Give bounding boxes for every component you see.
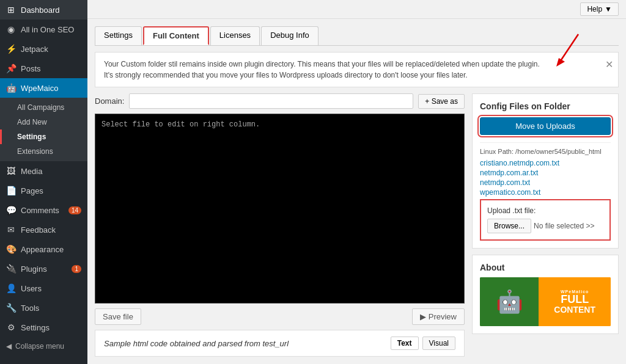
- sidebar-item-media[interactable]: 🖼 Media: [0, 161, 87, 181]
- plugins-badge: 1: [72, 265, 81, 273]
- media-icon: 🖼: [6, 166, 16, 176]
- sidebar-item-label: Comments: [21, 206, 59, 215]
- sidebar-item-label: Media: [21, 167, 42, 176]
- sidebar-item-appearance[interactable]: 🎨 Appearance: [0, 239, 87, 259]
- preview-button[interactable]: ▶ Preview: [412, 308, 465, 325]
- upload-label: Upload .txt file:: [487, 206, 603, 215]
- save-file-button[interactable]: Save file: [95, 308, 141, 325]
- tab-text[interactable]: Text: [391, 337, 419, 350]
- two-column-layout: Domain: + Save as Select file to edit on…: [95, 93, 619, 357]
- about-box: About 🤖 WPeMatico FULL CONTENT: [472, 255, 619, 334]
- sidebar: ⊞ Dashboard ◉ All in One SEO ⚡ Jetpack 📌…: [0, 0, 87, 364]
- sample-section: Sample html code obtained and parsed fro…: [95, 330, 465, 357]
- sidebar-item-comments[interactable]: 💬 Comments 14: [0, 200, 87, 220]
- sidebar-item-posts[interactable]: 📌 Posts: [0, 59, 87, 78]
- file-link-3[interactable]: wpematico.com.txt: [480, 188, 611, 197]
- editor-bottom-bar: Save file ▶ Preview: [95, 308, 465, 325]
- sidebar-item-settings[interactable]: ⚙ Settings: [0, 318, 87, 337]
- sidebar-item-all-campaigns[interactable]: All Campaigns: [0, 100, 87, 115]
- sidebar-item-label: Plugins: [21, 264, 47, 274]
- right-panel: Config Files on Folder Move to Uploads L…: [472, 93, 619, 357]
- text-visual-tab-bar: Text Visual: [391, 337, 455, 350]
- upload-row: Browse... No file selected >>: [487, 219, 603, 233]
- help-button[interactable]: Help ▼: [580, 2, 619, 16]
- sidebar-item-label: Dashboard: [21, 5, 60, 15]
- sidebar-item-tools[interactable]: 🔧 Tools: [0, 298, 87, 318]
- sidebar-item-feedback[interactable]: ✉ Feedback: [0, 220, 87, 239]
- sidebar-item-all-in-one-seo[interactable]: ◉ All in One SEO: [0, 20, 87, 39]
- sidebar-item-dashboard[interactable]: ⊞ Dashboard: [0, 0, 87, 20]
- jetpack-icon: ⚡: [6, 44, 16, 54]
- appearance-icon: 🎨: [6, 244, 16, 254]
- collapse-label: Collapse menu: [15, 342, 64, 351]
- topbar: Help ▼: [87, 0, 626, 19]
- sidebar-item-plugins[interactable]: 🔌 Plugins 1: [0, 259, 87, 278]
- feedback-icon: ✉: [6, 225, 16, 235]
- main-content: Help ▼ Settings Full Content Licenses De…: [87, 0, 626, 364]
- config-box: Config Files on Folder Move to Uploads L…: [472, 93, 619, 249]
- domain-input[interactable]: [129, 93, 413, 109]
- settings-icon: ⚙: [6, 322, 16, 332]
- help-chevron-icon: ▼: [605, 5, 612, 13]
- sample-title: Sample html code obtained and parsed fro…: [104, 339, 289, 348]
- alert-close-button[interactable]: ✕: [605, 57, 613, 72]
- domain-bar: Domain: + Save as: [95, 93, 465, 109]
- sidebar-item-pages[interactable]: 📄 Pages: [0, 181, 87, 200]
- file-link-1[interactable]: netmdp.com.ar.txt: [480, 169, 611, 177]
- tab-bar: Settings Full Content Licenses Debug Inf…: [95, 26, 619, 46]
- no-file-label: No file selected >>: [534, 222, 594, 230]
- sidebar-item-add-new[interactable]: Add New: [0, 115, 87, 129]
- about-title: About: [480, 263, 611, 272]
- users-icon: 👤: [6, 283, 16, 293]
- wpematico-icon: 🤖: [6, 83, 16, 93]
- editor-placeholder-text: Select file to edit on right column.: [101, 120, 260, 129]
- sidebar-item-jetpack[interactable]: ⚡ Jetpack: [0, 39, 87, 59]
- sidebar-item-wpematico[interactable]: 🤖 WpeMaico: [0, 78, 87, 98]
- about-full-label: FULL: [561, 294, 589, 305]
- sidebar-item-label: Posts: [21, 64, 41, 73]
- collapse-arrow-icon: ◀: [6, 342, 12, 351]
- tab-visual[interactable]: Visual: [422, 337, 455, 350]
- file-link-0[interactable]: cristiano.netmdp.com.txt: [480, 159, 611, 167]
- about-image-right: WPeMatico FULL CONTENT: [539, 277, 611, 326]
- svg-marker-1: [556, 58, 565, 67]
- file-links-list: cristiano.netmdp.com.txt netmdp.com.ar.t…: [480, 159, 611, 197]
- left-panel: Domain: + Save as Select file to edit on…: [95, 93, 465, 357]
- move-to-uploads-button[interactable]: Move to Uploads: [480, 117, 611, 135]
- tab-debug-info[interactable]: Debug Info: [261, 26, 319, 45]
- sidebar-item-label: All in One SEO: [21, 25, 74, 34]
- file-link-2[interactable]: netmdp.com.txt: [480, 178, 611, 187]
- about-image: 🤖 WPeMatico FULL CONTENT: [480, 277, 611, 326]
- sidebar-item-users[interactable]: 👤 Users: [0, 278, 87, 298]
- domain-label: Domain:: [95, 96, 124, 106]
- sidebar-item-wpematico-settings[interactable]: Settings: [0, 129, 87, 144]
- content-area: Settings Full Content Licenses Debug Inf…: [87, 19, 626, 364]
- comments-icon: 💬: [6, 205, 16, 215]
- comments-badge: 14: [68, 206, 81, 214]
- tab-licenses[interactable]: Licenses: [210, 26, 260, 45]
- sidebar-item-label: Users: [21, 284, 42, 293]
- alert-message: Your Custom folder stil remains inside o…: [104, 60, 540, 79]
- sidebar-item-label: Jetpack: [21, 45, 48, 54]
- sidebar-item-extensions[interactable]: Extensions: [0, 144, 87, 159]
- about-content-label: CONTENT: [554, 305, 595, 315]
- plugins-icon: 🔌: [6, 264, 16, 274]
- sidebar-item-label: Appearance: [21, 245, 64, 254]
- posts-icon: 📌: [6, 64, 16, 73]
- sidebar-item-label: Feedback: [21, 225, 56, 235]
- browse-button[interactable]: Browse...: [487, 219, 531, 233]
- tab-settings[interactable]: Settings: [95, 26, 142, 45]
- pages-icon: 📄: [6, 186, 16, 195]
- tab-full-content[interactable]: Full Content: [143, 26, 209, 45]
- save-as-button[interactable]: + Save as: [418, 94, 465, 109]
- about-image-left: 🤖: [480, 277, 539, 326]
- alert-notice: Your Custom folder stil remains inside o…: [95, 52, 619, 87]
- collapse-menu[interactable]: ◀ Collapse menu: [0, 337, 87, 355]
- linux-path: Linux Path: /home/owner545/public_html: [480, 142, 611, 155]
- seo-icon: ◉: [6, 24, 16, 34]
- sidebar-item-label: Pages: [21, 186, 43, 195]
- tools-icon: 🔧: [6, 303, 16, 313]
- sidebar-item-label: Settings: [21, 323, 50, 332]
- sidebar-item-label: WpeMaico: [21, 84, 58, 93]
- code-editor[interactable]: Select file to edit on right column.: [95, 114, 465, 304]
